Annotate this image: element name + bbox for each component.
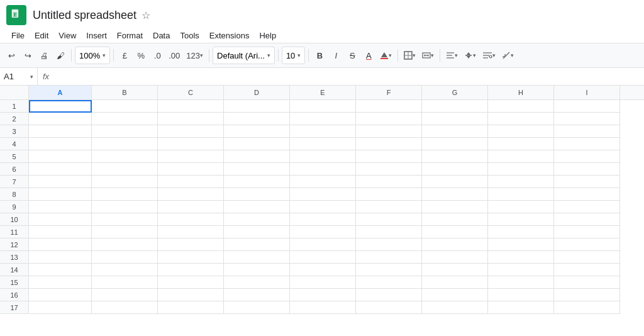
grid-cell[interactable] <box>488 201 554 213</box>
grid-cell[interactable] <box>158 301 224 314</box>
grid-cell[interactable] <box>290 176 356 188</box>
number-format-button[interactable]: 123▾ <box>184 47 206 64</box>
grid-cell[interactable] <box>224 188 290 201</box>
grid-cell[interactable] <box>29 176 92 188</box>
grid-cell[interactable] <box>224 125 290 138</box>
grid-cell[interactable] <box>290 301 356 314</box>
grid-cell[interactable] <box>224 251 290 264</box>
grid-cell[interactable] <box>554 113 620 125</box>
grid-cell[interactable] <box>554 301 620 314</box>
grid-cell[interactable] <box>29 150 92 163</box>
menu-format[interactable]: Format <box>112 30 148 42</box>
rotation-button[interactable]: ▾ <box>499 47 516 64</box>
grid-cell[interactable] <box>29 188 92 201</box>
menu-edit[interactable]: Edit <box>30 30 53 42</box>
grid-cell[interactable] <box>356 289 422 301</box>
grid-cell[interactable] <box>356 113 422 125</box>
grid-cell[interactable] <box>92 213 158 226</box>
grid-cell[interactable] <box>356 264 422 276</box>
grid-cell[interactable] <box>29 226 92 238</box>
grid-cell[interactable] <box>224 163 290 176</box>
grid-cell[interactable] <box>356 100 422 113</box>
col-header-h[interactable]: H <box>488 86 554 99</box>
grid-cell[interactable] <box>554 125 620 138</box>
grid-cell[interactable] <box>554 264 620 276</box>
grid-cell[interactable] <box>158 213 224 226</box>
grid-cell[interactable] <box>92 289 158 301</box>
grid-cell[interactable] <box>290 276 356 289</box>
grid-cell[interactable] <box>224 213 290 226</box>
grid-cell[interactable] <box>554 276 620 289</box>
grid-cell[interactable] <box>29 251 92 264</box>
grid-cell[interactable] <box>92 150 158 163</box>
grid-cell[interactable] <box>290 201 356 213</box>
menu-insert[interactable]: Insert <box>81 30 112 42</box>
grid-cell[interactable] <box>224 238 290 251</box>
grid-cell[interactable] <box>290 100 356 113</box>
grid-cell[interactable] <box>422 226 488 238</box>
decimal-decrease-button[interactable]: .0 <box>150 47 165 64</box>
grid-cell[interactable] <box>158 188 224 201</box>
grid-cell[interactable] <box>92 238 158 251</box>
decimal-increase-button[interactable]: .00 <box>166 47 182 64</box>
valign-button[interactable]: ▾ <box>462 47 479 64</box>
menu-data[interactable]: Data <box>148 30 175 42</box>
menu-view[interactable]: View <box>53 30 81 42</box>
grid-cell[interactable] <box>224 113 290 125</box>
grid-cell[interactable] <box>290 188 356 201</box>
grid-cell[interactable] <box>488 138 554 150</box>
col-header-e[interactable]: E <box>290 86 356 99</box>
grid-cell[interactable] <box>488 176 554 188</box>
grid-cell[interactable] <box>224 226 290 238</box>
grid-cell[interactable] <box>554 163 620 176</box>
align-button[interactable]: ▾ <box>443 47 460 64</box>
grid-cell[interactable] <box>224 264 290 276</box>
grid-cell[interactable] <box>158 176 224 188</box>
grid-cell[interactable] <box>356 125 422 138</box>
grid-cell[interactable] <box>422 113 488 125</box>
grid-cell[interactable] <box>29 163 92 176</box>
grid-cell[interactable] <box>29 138 92 150</box>
grid-cell[interactable] <box>29 113 92 125</box>
borders-button[interactable]: ▾ <box>401 47 418 64</box>
grid-cell[interactable] <box>224 176 290 188</box>
grid-cell[interactable] <box>422 264 488 276</box>
currency-button[interactable]: £ <box>117 47 132 64</box>
grid-cell[interactable] <box>356 238 422 251</box>
spreadsheet-title[interactable]: Untitled spreadsheet <box>33 9 136 22</box>
grid-cell[interactable] <box>356 276 422 289</box>
grid-cell[interactable] <box>422 100 488 113</box>
grid-cell[interactable] <box>356 138 422 150</box>
col-header-f[interactable]: F <box>356 86 422 99</box>
grid-cell[interactable] <box>554 138 620 150</box>
grid-cell[interactable] <box>356 176 422 188</box>
grid-cell[interactable] <box>290 251 356 264</box>
grid-cell[interactable] <box>554 289 620 301</box>
grid-cell[interactable] <box>554 251 620 264</box>
grid-cell[interactable] <box>290 289 356 301</box>
grid-cell[interactable] <box>422 125 488 138</box>
italic-button[interactable]: I <box>328 47 343 64</box>
bold-button[interactable]: B <box>312 47 327 64</box>
font-size-dropdown[interactable]: 10 ▾ <box>282 47 305 64</box>
grid-cell[interactable] <box>29 301 92 314</box>
grid-cell[interactable] <box>488 276 554 289</box>
zoom-dropdown[interactable]: 100% ▾ <box>75 47 110 64</box>
grid-cell[interactable] <box>92 201 158 213</box>
grid-cell[interactable] <box>422 251 488 264</box>
grid-cell[interactable] <box>158 226 224 238</box>
grid-cell[interactable] <box>488 150 554 163</box>
grid-cell[interactable] <box>29 238 92 251</box>
grid-cell[interactable] <box>488 251 554 264</box>
grid-cell[interactable] <box>158 251 224 264</box>
col-header-i[interactable]: I <box>554 86 620 99</box>
grid-cell[interactable] <box>158 138 224 150</box>
grid-cell[interactable] <box>488 188 554 201</box>
grid-cell[interactable] <box>224 201 290 213</box>
grid-cell[interactable] <box>422 213 488 226</box>
font-color-button[interactable]: A <box>361 47 376 64</box>
grid-cell[interactable] <box>158 125 224 138</box>
grid-cell[interactable] <box>158 163 224 176</box>
grid-cell[interactable] <box>92 125 158 138</box>
grid-cell[interactable] <box>356 251 422 264</box>
